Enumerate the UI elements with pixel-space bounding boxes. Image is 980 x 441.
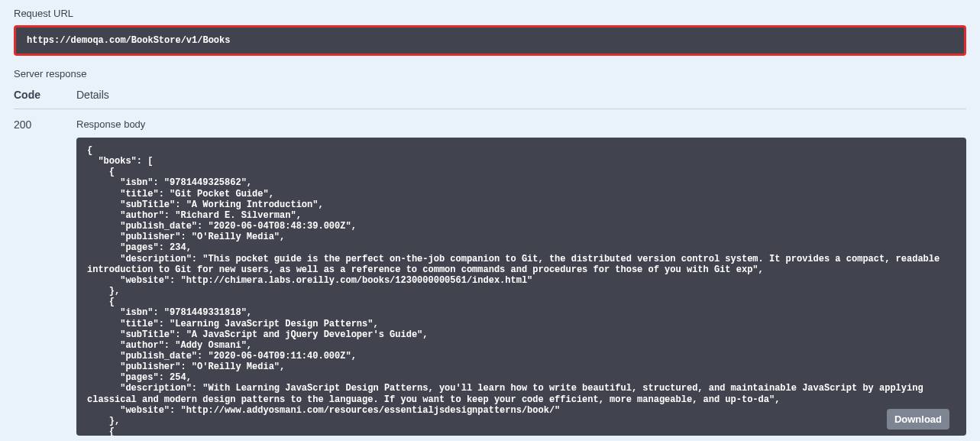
- code-header: Code: [14, 89, 76, 101]
- request-url-box: https://demoqa.com/BookStore/v1/Books: [14, 25, 966, 56]
- details-header: Details: [76, 89, 966, 101]
- response-body-wrap: { "books": [ { "isbn": "9781449325862", …: [76, 138, 966, 436]
- response-body-content[interactable]: { "books": [ { "isbn": "9781449325862", …: [76, 138, 966, 436]
- response-details-col: Response body { "books": [ { "isbn": "97…: [76, 118, 966, 436]
- response-headers-row: Code Details: [14, 89, 966, 109]
- response-body-label: Response body: [76, 118, 966, 130]
- response-panel: Request URL https://demoqa.com/BookStore…: [0, 8, 980, 441]
- request-url-value: https://demoqa.com/BookStore/v1/Books: [27, 35, 953, 46]
- response-code-value: 200: [14, 118, 76, 436]
- response-row: 200 Response body { "books": [ { "isbn":…: [14, 118, 966, 436]
- download-button[interactable]: Download: [887, 409, 949, 430]
- request-url-label: Request URL: [14, 8, 966, 19]
- server-response-label: Server response: [14, 68, 966, 79]
